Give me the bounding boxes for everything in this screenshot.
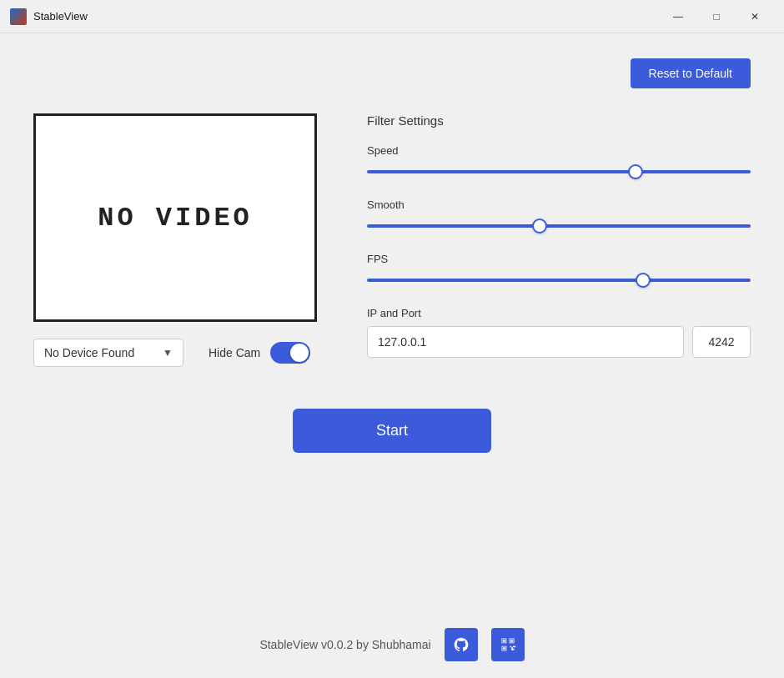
speed-slider-thumb[interactable] <box>628 164 643 179</box>
maximize-button[interactable]: □ <box>697 3 736 30</box>
footer: StableView v0.0.2 by Shubhamai <box>0 628 784 661</box>
speed-label: Speed <box>367 144 751 157</box>
hide-cam-toggle[interactable] <box>270 342 310 364</box>
minimize-button[interactable]: — <box>659 3 697 30</box>
fps-slider-thumb[interactable] <box>636 273 651 288</box>
start-button[interactable]: Start <box>293 409 491 453</box>
video-controls: No Device Found ▼ Hide Cam <box>33 339 317 367</box>
window-controls: — □ ✕ <box>659 3 774 30</box>
speed-slider-group: Speed <box>367 144 751 180</box>
reset-default-button[interactable]: Reset to Default <box>631 58 751 88</box>
qr-icon <box>500 636 516 653</box>
ip-input[interactable] <box>367 326 684 358</box>
middle-section: NO VIDEO No Device Found ▼ Hide Cam <box>33 113 751 367</box>
app-title: StableView <box>33 10 659 23</box>
video-panel: NO VIDEO No Device Found ▼ Hide Cam <box>33 113 317 367</box>
fps-slider-container <box>367 272 751 289</box>
hide-cam-row: Hide Cam <box>209 342 310 364</box>
chevron-down-icon: ▼ <box>163 347 173 359</box>
device-select-label: No Device Found <box>44 346 134 359</box>
smooth-slider-group: Smooth <box>367 198 751 234</box>
qr-button[interactable] <box>491 628 525 661</box>
fps-label: FPS <box>367 253 751 265</box>
fps-slider-track[interactable] <box>367 279 751 282</box>
github-icon <box>453 636 470 653</box>
smooth-label: Smooth <box>367 198 751 211</box>
footer-text: StableView v0.0.2 by Shubhamai <box>259 638 430 651</box>
device-dropdown[interactable]: No Device Found ▼ <box>33 339 183 367</box>
close-button[interactable]: ✕ <box>736 3 774 30</box>
title-bar: StableView — □ ✕ <box>0 0 784 33</box>
app-icon <box>10 8 27 25</box>
no-video-text: NO VIDEO <box>98 203 253 234</box>
ip-port-row <box>367 326 751 358</box>
speed-slider-container <box>367 163 751 180</box>
filter-settings-title: Filter Settings <box>367 113 751 128</box>
port-input[interactable] <box>692 326 751 358</box>
top-row: Reset to Default <box>33 58 751 88</box>
filter-panel: Filter Settings Speed Smooth <box>367 113 751 358</box>
main-content: Reset to Default NO VIDEO No Device Foun… <box>0 33 784 678</box>
video-display: NO VIDEO <box>33 113 317 322</box>
ip-port-label: IP and Port <box>367 307 751 319</box>
toggle-knob <box>290 344 309 362</box>
smooth-slider-track[interactable] <box>367 224 751 228</box>
fps-slider-group: FPS <box>367 253 751 289</box>
smooth-slider-thumb[interactable] <box>532 218 547 234</box>
start-section: Start <box>33 409 751 453</box>
hide-cam-label: Hide Cam <box>209 346 260 359</box>
github-button[interactable] <box>445 628 478 661</box>
smooth-slider-container <box>367 218 751 234</box>
speed-slider-track[interactable] <box>367 170 751 173</box>
ip-port-section: IP and Port <box>367 307 751 358</box>
